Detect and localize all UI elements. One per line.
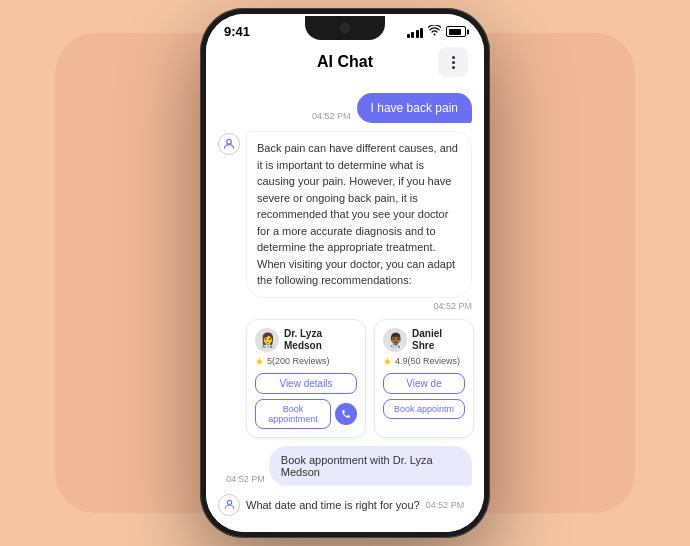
battery-icon — [446, 26, 466, 37]
doctor-1-rating-text: 5(200 Reviews) — [267, 356, 330, 366]
chat-area: 04:52 PM I have back pain Back pain can … — [206, 85, 484, 532]
notch-camera — [340, 23, 350, 33]
signal-icon — [407, 26, 424, 38]
doctor-1-header: 👩‍⚕️ Dr. Lyza Medson — [255, 328, 357, 352]
question-ai-avatar — [218, 494, 240, 516]
user-message-time: 04:52 PM — [312, 111, 351, 121]
question-time: 04:52 PM — [426, 500, 465, 510]
user-bubble: I have back pain — [357, 93, 472, 123]
doctor-2-avatar: 👨🏾‍⚕️ — [383, 328, 407, 352]
page-title: AI Chat — [252, 53, 438, 71]
book-appointment-button-1[interactable]: Book appointment — [255, 399, 331, 429]
phone-wrapper: 9:41 — [200, 8, 490, 538]
dots-icon — [452, 56, 455, 69]
doctor-2-name: Daniel Shre — [412, 328, 465, 352]
doctor-card-2: 👨🏾‍⚕️ Daniel Shre ★ 4.9(50 Reviews) View… — [374, 319, 474, 438]
question-row: What date and time is right for you? 04:… — [218, 494, 472, 516]
phone-screen: 9:41 — [206, 14, 484, 532]
book-row-1: Book appointment — [255, 399, 357, 429]
doctor-1-name: Dr. Lyza Medson — [284, 328, 357, 352]
question-text: What date and time is right for you? — [246, 499, 420, 511]
book-row-2: Book appointm — [383, 399, 465, 419]
ai-message: Back pain can have different causes, and… — [218, 131, 472, 311]
view-details-button-1[interactable]: View details — [255, 373, 357, 394]
doctor-card-1: 👩‍⚕️ Dr. Lyza Medson ★ 5(200 Reviews) Vi… — [246, 319, 366, 438]
doctor-2-rating: ★ 4.9(50 Reviews) — [383, 356, 465, 367]
call-button-1[interactable] — [335, 403, 357, 425]
ai-response-bubble: Back pain can have different causes, and… — [246, 131, 472, 298]
doctor-1-rating: ★ 5(200 Reviews) — [255, 356, 357, 367]
status-time: 9:41 — [224, 24, 250, 39]
doctor-1-avatar: 👩‍⚕️ — [255, 328, 279, 352]
star-icon: ★ — [255, 356, 264, 367]
booking-confirm-time: 04:52 PM — [226, 474, 265, 484]
doctor-2-header: 👨🏾‍⚕️ Daniel Shre — [383, 328, 465, 352]
menu-button[interactable] — [438, 47, 468, 77]
booking-confirm-message: 04:52 PM Book appontment with Dr. Lyza M… — [218, 446, 472, 486]
doctor-2-rating-text: 4.9(50 Reviews) — [395, 356, 460, 366]
booking-confirm-bubble: Book appontment with Dr. Lyza Medson — [269, 446, 472, 486]
book-appointment-button-2[interactable]: Book appointm — [383, 399, 465, 419]
svg-point-0 — [227, 139, 232, 144]
ai-response-time: 04:52 PM — [246, 301, 472, 311]
star-icon-2: ★ — [383, 356, 392, 367]
doctors-row: 👩‍⚕️ Dr. Lyza Medson ★ 5(200 Reviews) Vi… — [246, 319, 472, 438]
wifi-icon — [428, 25, 441, 38]
status-icons — [407, 25, 467, 38]
user-message: 04:52 PM I have back pain — [218, 93, 472, 123]
ai-avatar — [218, 133, 240, 155]
phone-shell: 9:41 — [200, 8, 490, 538]
view-details-button-2[interactable]: View de — [383, 373, 465, 394]
top-nav: AI Chat — [206, 43, 484, 85]
ai-bubble-wrap: Back pain can have different causes, and… — [246, 131, 472, 311]
svg-point-1 — [227, 500, 231, 504]
notch — [305, 16, 385, 40]
